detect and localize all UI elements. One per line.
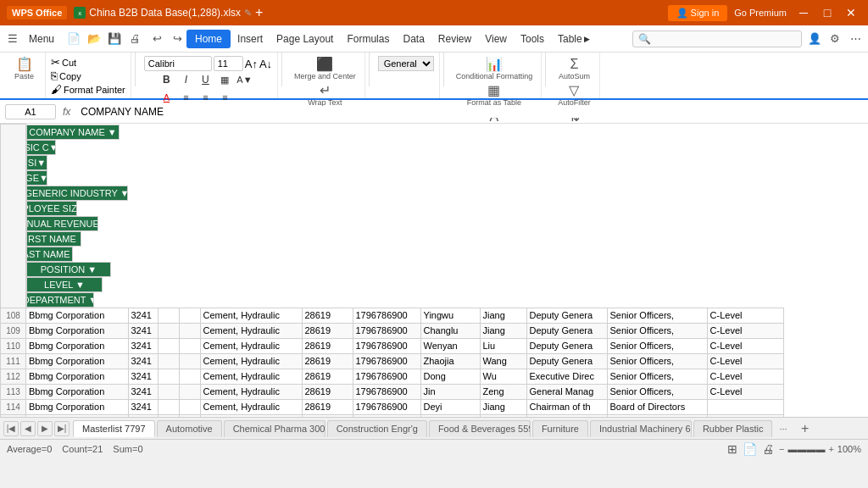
- col-header-A[interactable]: COMPANY NAME ▼: [26, 125, 120, 140]
- data-cell[interactable]: 3241: [128, 399, 158, 414]
- last-sheet-button[interactable]: ▶|: [54, 421, 70, 436]
- menu-table[interactable]: Table ▶: [551, 30, 597, 48]
- formula-input[interactable]: [77, 106, 863, 118]
- more-options-icon[interactable]: ⋯: [846, 30, 865, 48]
- merge-center-button[interactable]: ⬛ Merge and Center: [291, 56, 359, 82]
- sheet-tab[interactable]: Industrial Machinery 607: [590, 420, 692, 437]
- col-header-I[interactable]: LAST NAME ▼: [26, 247, 73, 262]
- conditional-format-button[interactable]: 📊 Conditional Formatting: [453, 56, 537, 82]
- data-cell[interactable]: Wenyan: [420, 338, 480, 353]
- new-icon[interactable]: 📄: [64, 30, 83, 48]
- align-right-button[interactable]: ≡: [215, 89, 234, 106]
- menu-item-menu[interactable]: Menu: [22, 30, 61, 48]
- data-cell[interactable]: Bbmg Corporation: [26, 399, 129, 414]
- data-cell[interactable]: C-Level: [707, 353, 783, 369]
- data-cell[interactable]: Cement, Hydraulic: [200, 338, 302, 353]
- data-cell[interactable]: [179, 384, 200, 399]
- data-cell[interactable]: 1796786900: [353, 308, 420, 323]
- data-cell[interactable]: Senior Officers,: [607, 384, 707, 399]
- row-number-cell[interactable]: 109: [1, 323, 26, 338]
- underline-button[interactable]: U: [196, 71, 214, 88]
- data-cell[interactable]: Jun: [420, 414, 480, 417]
- search-input[interactable]: [651, 34, 796, 44]
- format-painter-button[interactable]: 🖌 Format Painter: [51, 83, 125, 96]
- row-number-cell[interactable]: 110: [1, 338, 26, 353]
- data-cell[interactable]: Bbmg Corporation: [26, 369, 129, 384]
- data-cell[interactable]: 1796786900: [353, 338, 420, 353]
- save-icon[interactable]: 💾: [105, 30, 124, 48]
- wrap-text-button[interactable]: ↵ Wrap Text: [304, 82, 345, 108]
- col-header-H[interactable]: FIRST NAME ▼: [26, 231, 81, 247]
- more-tabs-button[interactable]: ···: [774, 421, 792, 436]
- close-button[interactable]: ✕: [841, 4, 861, 21]
- sheet-tab[interactable]: Automotive: [157, 420, 222, 437]
- data-cell[interactable]: 1796786900: [353, 399, 420, 414]
- settings-icon[interactable]: ⚙: [826, 30, 844, 48]
- data-cell[interactable]: 3241: [128, 308, 158, 323]
- data-cell[interactable]: [179, 353, 200, 369]
- data-cell[interactable]: Cement, Hydraulic: [200, 369, 302, 384]
- data-cell[interactable]: [158, 369, 179, 384]
- wps-logo[interactable]: WPS Office: [7, 6, 67, 19]
- data-cell[interactable]: Bbmg Corporation: [26, 338, 129, 353]
- data-cell[interactable]: [158, 399, 179, 414]
- paste-button[interactable]: 📋 Paste: [11, 56, 38, 82]
- data-cell[interactable]: General Manag: [526, 384, 607, 399]
- layout-page-icon[interactable]: 📄: [743, 442, 757, 456]
- data-cell[interactable]: Jin: [420, 384, 480, 399]
- data-cell[interactable]: Board of Directors: [607, 399, 707, 414]
- data-cell[interactable]: 28619: [302, 414, 353, 417]
- decrease-font-icon[interactable]: A↓: [259, 58, 272, 70]
- sheet-tab[interactable]: Food & Beverages 559: [429, 420, 531, 437]
- print-icon[interactable]: 🖨: [125, 30, 144, 48]
- menu-view[interactable]: View: [478, 30, 514, 48]
- data-cell[interactable]: C-Level: [707, 338, 783, 353]
- row-number-cell[interactable]: 108: [1, 308, 26, 323]
- data-cell[interactable]: 3241: [128, 414, 158, 417]
- col-header-E[interactable]: GENERIC INDUSTRY ▼: [26, 186, 128, 201]
- data-cell[interactable]: [158, 338, 179, 353]
- data-cell[interactable]: Deputy Genera: [526, 308, 607, 323]
- copy-button[interactable]: ⎘ Copy: [51, 69, 125, 82]
- data-cell[interactable]: [158, 308, 179, 323]
- add-sheet-button[interactable]: +: [796, 419, 815, 438]
- signin-button[interactable]: 👤 Sign in: [668, 5, 728, 21]
- border-button[interactable]: ▦: [215, 71, 234, 88]
- data-cell[interactable]: Zeng: [480, 384, 526, 399]
- data-cell[interactable]: 1796786900: [353, 384, 420, 399]
- data-cell[interactable]: Board of Directors: [607, 414, 707, 417]
- data-cell[interactable]: Cement, Hydraulic: [200, 414, 302, 417]
- undo-button[interactable]: ↩: [147, 30, 166, 48]
- data-cell[interactable]: Senior Officers,: [607, 369, 707, 384]
- sheet-tab[interactable]: Masterlist 7797: [73, 420, 155, 437]
- data-cell[interactable]: Executive Direc: [526, 369, 607, 384]
- data-cell[interactable]: Cement, Hydraulic: [200, 308, 302, 323]
- data-cell[interactable]: [158, 353, 179, 369]
- data-cell[interactable]: 3241: [128, 369, 158, 384]
- col-header-F[interactable]: EMPLOYEE SIZE ▼: [26, 201, 77, 216]
- data-cell[interactable]: [179, 369, 200, 384]
- open-icon[interactable]: 📂: [85, 30, 103, 48]
- data-cell[interactable]: Cement, Hydraulic: [200, 353, 302, 369]
- data-cell[interactable]: 28619: [302, 384, 353, 399]
- zoom-out-button[interactable]: −: [779, 444, 784, 454]
- align-center-button[interactable]: ≡: [196, 89, 214, 106]
- sheet-tab[interactable]: Rubber Plastic: [693, 420, 773, 437]
- data-cell[interactable]: [707, 399, 783, 414]
- data-cell[interactable]: C-Level: [707, 323, 783, 338]
- share-icon[interactable]: 👤: [805, 30, 824, 48]
- menu-page-layout[interactable]: Page Layout: [270, 30, 340, 48]
- data-cell[interactable]: 3241: [128, 353, 158, 369]
- autofilter-button[interactable]: ▽ AutoFilter: [554, 82, 594, 108]
- search-box[interactable]: 🔍: [632, 30, 802, 47]
- data-cell[interactable]: Senior Officers,: [607, 353, 707, 369]
- number-format-select[interactable]: General: [378, 56, 434, 71]
- next-sheet-button[interactable]: ▶: [37, 421, 53, 436]
- data-cell[interactable]: 28619: [302, 338, 353, 353]
- data-cell[interactable]: [179, 308, 200, 323]
- data-cell[interactable]: 1796786900: [353, 414, 420, 417]
- data-cell[interactable]: Cement, Hydraulic: [200, 399, 302, 414]
- grid-scroll[interactable]: COMPANY NAME ▼ SIC C▼ SI▼ GE▼ GENERIC IN…: [0, 124, 868, 417]
- col-header-B[interactable]: SIC C▼: [26, 140, 56, 155]
- data-cell[interactable]: [158, 323, 179, 338]
